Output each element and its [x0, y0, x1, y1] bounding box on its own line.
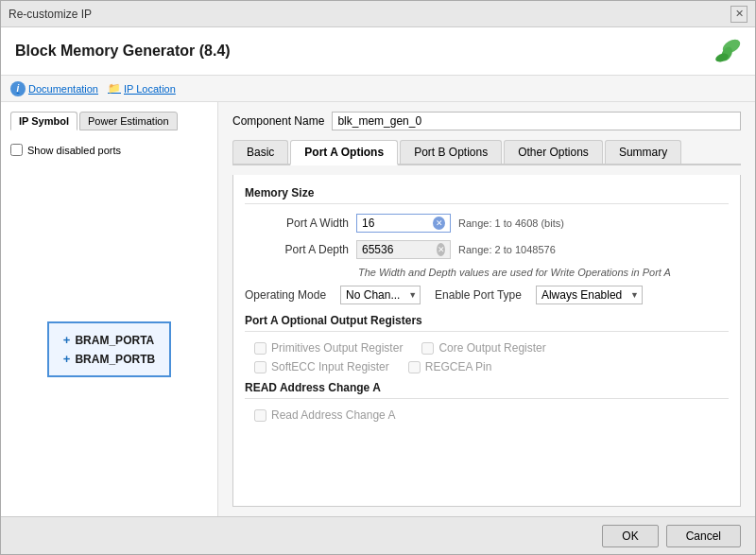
dialog: Re-customize IP ✕ Block Memory Generator…: [0, 0, 756, 555]
read-addr-section: READ Address Change A Read Address Chang…: [245, 381, 729, 422]
bram-porta-row: + BRAM_PORTA: [63, 333, 155, 347]
primitives-output-reg-label: Primitives Output Register: [254, 341, 403, 355]
bottom-bar: OK Cancel: [1, 516, 755, 554]
show-disabled-ports-checkbox[interactable]: [10, 144, 23, 156]
bram-portb-label: BRAM_PORTB: [75, 353, 155, 366]
toolbar: i Documentation 📁 IP Location: [1, 76, 755, 102]
operating-mode-label: Operating Mode: [245, 288, 326, 302]
tab-ip-symbol[interactable]: IP Symbol: [10, 112, 77, 130]
read-addr-title: READ Address Change A: [245, 381, 729, 399]
tab-port-b-options[interactable]: Port B Options: [400, 140, 502, 164]
soft-ecc-input-reg-label: SoftECC Input Register: [254, 360, 389, 373]
port-a-width-clear-button[interactable]: ✕: [433, 217, 445, 230]
operating-mode-select-wrapper: No Chan... ▼: [340, 286, 421, 304]
app-title: Block Memory Generator (8.4): [15, 43, 231, 60]
cancel-button[interactable]: Cancel: [666, 525, 741, 547]
documentation-label: Documentation: [28, 83, 98, 95]
show-disabled-ports-text: Show disabled ports: [27, 145, 121, 156]
enable-port-type-label: Enable Port Type: [435, 288, 522, 302]
tab-power-estimation[interactable]: Power Estimation: [79, 112, 178, 130]
right-panel: Component Name Basic Port A Options Port…: [218, 102, 755, 516]
folder-icon: 📁: [108, 82, 121, 95]
operating-mode-select[interactable]: No Chan...: [340, 286, 421, 304]
optional-regs-section: Port A Optional Output Registers Primiti…: [245, 314, 729, 373]
component-name-row: Component Name: [232, 112, 741, 130]
core-output-reg-label: Core Output Register: [421, 341, 545, 355]
read-addr-row: Read Address Change A: [254, 408, 729, 422]
port-a-depth-input-wrapper: ✕: [356, 240, 451, 259]
ok-button[interactable]: OK: [602, 525, 658, 547]
close-button[interactable]: ✕: [730, 6, 747, 23]
main-tabs: Basic Port A Options Port B Options Othe…: [232, 140, 741, 165]
port-a-depth-input[interactable]: [362, 243, 433, 256]
bram-portb-plus-icon: +: [63, 352, 71, 366]
component-name-label: Component Name: [232, 114, 324, 128]
port-a-depth-row: Port A Depth ✕ Range: 2 to 1048576: [245, 240, 729, 259]
bram-portb-row: + BRAM_PORTB: [63, 352, 155, 366]
port-a-depth-clear-button[interactable]: ✕: [437, 243, 445, 256]
core-output-reg-checkbox[interactable]: [421, 342, 434, 355]
optional-regs-title: Port A Optional Output Registers: [245, 314, 729, 332]
bram-porta-plus-icon: +: [63, 333, 71, 347]
core-output-reg-text: Core Output Register: [438, 341, 545, 355]
tab-content: Memory Size Port A Width ✕ Range: 1 to 4…: [232, 175, 741, 507]
title-bar: Re-customize IP ✕: [1, 1, 755, 27]
tab-port-a-options[interactable]: Port A Options: [290, 140, 398, 165]
enable-port-type-select-wrapper: Always Enabled ▼: [536, 286, 643, 304]
port-a-width-input[interactable]: [362, 217, 433, 230]
ip-location-label: IP Location: [124, 83, 176, 95]
memory-size-title: Memory Size: [245, 186, 729, 204]
content-area: IP Symbol Power Estimation Show disabled…: [1, 102, 755, 516]
info-icon: i: [10, 81, 26, 96]
tab-basic[interactable]: Basic: [232, 140, 288, 164]
bram-porta-label: BRAM_PORTA: [75, 334, 154, 347]
enable-port-type-select[interactable]: Always Enabled: [536, 286, 643, 304]
port-a-depth-range: Range: 2 to 1048576: [458, 244, 556, 255]
header-area: Block Memory Generator (8.4): [1, 27, 755, 76]
width-depth-info: The Width and Depth values are used for …: [358, 267, 729, 278]
output-regs-row2: SoftECC Input Register REGCEA Pin: [254, 360, 729, 373]
port-a-width-label: Port A Width: [245, 217, 349, 230]
port-a-width-input-wrapper: ✕: [356, 214, 451, 233]
operating-mode-row: Operating Mode No Chan... ▼ Enable Port …: [245, 286, 729, 304]
tab-summary[interactable]: Summary: [605, 140, 681, 164]
soft-ecc-input-reg-text: SoftECC Input Register: [271, 360, 389, 373]
bram-box: + BRAM_PORTA + BRAM_PORTB: [47, 321, 171, 377]
dialog-title: Re-customize IP: [9, 8, 92, 21]
component-name-input[interactable]: [332, 112, 741, 130]
primitives-output-reg-checkbox[interactable]: [254, 342, 266, 355]
read-addr-change-a-text: Read Address Change A: [271, 408, 395, 422]
left-tabs-row: IP Symbol Power Estimation: [10, 112, 208, 130]
regcea-pin-checkbox[interactable]: [408, 361, 421, 373]
soft-ecc-input-reg-checkbox[interactable]: [254, 361, 266, 373]
read-addr-change-a-checkbox[interactable]: [254, 409, 266, 422]
read-addr-change-a-label: Read Address Change A: [254, 408, 395, 422]
primitives-output-reg-text: Primitives Output Register: [271, 341, 403, 355]
tab-other-options[interactable]: Other Options: [504, 140, 603, 164]
port-a-width-range: Range: 1 to 4608 (bits): [458, 217, 564, 229]
port-a-width-row: Port A Width ✕ Range: 1 to 4608 (bits): [245, 214, 729, 233]
leaf-logo-icon: [713, 37, 741, 65]
port-a-depth-label: Port A Depth: [245, 243, 349, 256]
regcea-pin-label: REGCEA Pin: [408, 360, 492, 373]
output-regs-row1: Primitives Output Register Core Output R…: [254, 341, 729, 355]
show-disabled-ports-label[interactable]: Show disabled ports: [10, 144, 208, 156]
ip-location-button[interactable]: 📁 IP Location: [108, 82, 176, 95]
bram-block: + BRAM_PORTA + BRAM_PORTB: [10, 192, 208, 507]
left-panel: IP Symbol Power Estimation Show disabled…: [1, 102, 218, 516]
documentation-button[interactable]: i Documentation: [10, 81, 98, 96]
regcea-pin-text: REGCEA Pin: [425, 360, 492, 373]
